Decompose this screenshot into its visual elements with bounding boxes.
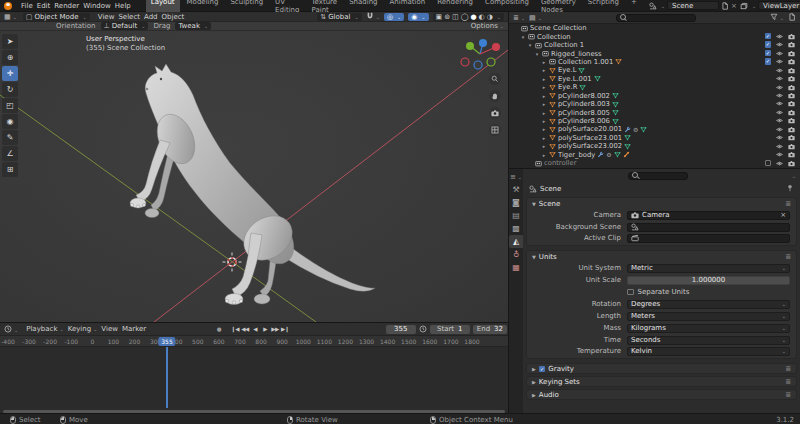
disable-render-camera-icon[interactable] xyxy=(788,92,795,100)
scene-tab[interactable]: ◭ xyxy=(509,235,523,248)
menu-file[interactable]: File xyxy=(19,2,35,10)
outliner-row[interactable]: ▸ Eye.L.001 xyxy=(509,75,800,83)
active-clip-id-field[interactable] xyxy=(627,234,790,243)
hide-viewport-eye-icon[interactable] xyxy=(776,134,783,142)
disable-render-camera-icon[interactable] xyxy=(788,84,795,92)
playhead[interactable] xyxy=(166,347,168,408)
render-tab[interactable]: ◙ xyxy=(509,196,523,209)
outliner-display-mode-icon[interactable]: ▤⌄ xyxy=(529,14,542,22)
outliner-row[interactable]: ▸ pCylinder8.006 xyxy=(509,117,800,125)
rotate-tool[interactable]: ↻ xyxy=(2,82,18,97)
outliner-row[interactable]: ▾ Rigged_lioness✓ xyxy=(509,49,800,57)
menu-edit[interactable]: Edit xyxy=(35,2,53,10)
jump-to-start-button[interactable]: ❙◀ xyxy=(231,326,239,332)
outliner-row[interactable]: ▸ Collection 1.001✓ xyxy=(509,58,800,66)
view-layer-selector[interactable]: ⌄ ViewLayer xyxy=(740,1,800,10)
unit-scale-field[interactable]: 1.000000 xyxy=(627,276,790,285)
shading-material-icon[interactable]: ◐ xyxy=(479,13,485,21)
properties-options-icon[interactable]: ⌄ xyxy=(792,173,796,179)
disable-render-camera-icon[interactable] xyxy=(788,100,795,108)
hide-viewport-eye-icon[interactable] xyxy=(776,84,783,92)
outliner-row[interactable]: ▸ pCylinder8.003 xyxy=(509,100,800,108)
checkbox-icon[interactable]: ✓ xyxy=(765,33,772,40)
panel-options-icon[interactable]: ≣ xyxy=(785,391,791,399)
audio-panel-header[interactable]: ▶ Audio≣ xyxy=(527,390,796,400)
expand-icon[interactable]: ▸ xyxy=(541,67,547,73)
expand-icon[interactable]: ▸ xyxy=(541,84,547,90)
outliner-editor-icon[interactable]: ≣⌄ xyxy=(513,14,525,22)
hide-viewport-eye-icon[interactable] xyxy=(776,117,783,125)
snap-target-toggle[interactable]: ◎⌄ xyxy=(384,13,404,21)
disable-render-camera-icon[interactable] xyxy=(788,33,795,41)
show-gizmo-toggle[interactable]: ▣ xyxy=(436,13,443,21)
unit-system-dropdown[interactable]: Metric⌄ xyxy=(627,264,790,273)
measure-tool[interactable]: ∠ xyxy=(2,146,18,161)
shading-wireframe-icon[interactable]: ◯ xyxy=(461,13,469,21)
hide-viewport-eye-icon[interactable] xyxy=(776,126,783,134)
tweak-select-tool[interactable]: ➤ xyxy=(2,34,18,49)
disable-render-camera-icon[interactable] xyxy=(788,126,795,134)
use-preview-range-icon[interactable] xyxy=(419,325,427,333)
current-frame-field[interactable]: 355 xyxy=(386,325,416,334)
options-dropdown[interactable]: Options⌄ xyxy=(471,22,504,30)
nav-gizmo[interactable] xyxy=(461,39,500,69)
expand-icon[interactable]: ▾ xyxy=(520,34,526,40)
camera-id-field[interactable]: Camera × xyxy=(627,211,790,220)
expand-icon[interactable]: ▸ xyxy=(541,118,547,124)
checkbox-icon[interactable]: ✓ xyxy=(765,50,772,57)
show-overlays-toggle[interactable]: ⊚ xyxy=(444,13,450,21)
properties-search-input[interactable] xyxy=(628,172,688,180)
pin-icon[interactable] xyxy=(786,184,794,192)
outliner-row[interactable]: ▸ Tiger_body⚙ xyxy=(509,151,800,159)
outliner-row[interactable]: ▾ Collection✓ xyxy=(509,32,800,40)
hide-viewport-eye-icon[interactable] xyxy=(776,75,783,83)
world-tab[interactable]: ♁ xyxy=(509,248,523,261)
outliner-row[interactable]: ▸ polySurface20.001⚙ xyxy=(509,125,800,133)
start-frame-field[interactable]: Start1 xyxy=(430,325,470,334)
expand-icon[interactable]: ▸ xyxy=(541,143,547,149)
scene-panel-header[interactable]: ▼Scene ≣ xyxy=(527,198,796,209)
outliner-row[interactable]: ▸ pCylinder8.005 xyxy=(509,108,800,116)
shading-dropdown-icon[interactable]: ⌄ xyxy=(497,14,501,20)
keying-sets-panel-header[interactable]: ▶ Keying Sets≣ xyxy=(527,377,796,387)
camera-view-icon[interactable] xyxy=(489,107,501,119)
hide-viewport-eye-icon[interactable] xyxy=(776,41,783,49)
editor-type-icon[interactable]: ▦ xyxy=(4,13,11,21)
current-frame-badge[interactable]: 355 xyxy=(158,337,175,346)
checkbox-icon[interactable] xyxy=(765,160,772,167)
disable-render-camera-icon[interactable] xyxy=(788,143,795,151)
add-cube-tool[interactable]: ⊞ xyxy=(2,162,18,177)
disable-render-camera-icon[interactable] xyxy=(788,50,795,58)
texture-tab[interactable]: ▦ xyxy=(509,261,523,274)
hide-viewport-eye-icon[interactable] xyxy=(776,109,783,117)
hide-viewport-eye-icon[interactable] xyxy=(776,33,783,41)
record-button[interactable]: ● xyxy=(215,326,223,332)
outliner-row[interactable]: Scene Collection xyxy=(509,24,800,32)
disable-render-camera-icon[interactable] xyxy=(788,134,795,142)
disable-render-camera-icon[interactable] xyxy=(788,75,795,83)
viewport-menu-select[interactable]: Select xyxy=(116,13,142,21)
mass-dropdown[interactable]: Kilograms⌄ xyxy=(627,324,790,333)
timeline-tracks[interactable] xyxy=(0,347,508,408)
hide-viewport-eye-icon[interactable] xyxy=(776,58,783,66)
zoom-icon[interactable] xyxy=(489,73,501,85)
separate-units-checkbox[interactable] xyxy=(627,289,634,296)
transform-tool[interactable]: ◉ xyxy=(2,114,18,129)
panel-options-icon[interactable]: ≣ xyxy=(785,200,791,208)
scene-selector[interactable]: ⌄ Scene × xyxy=(649,1,737,10)
outliner-filter-icon[interactable]: ⌄ xyxy=(770,13,784,22)
expand-icon[interactable]: ▸ xyxy=(541,152,547,158)
disable-render-camera-icon[interactable] xyxy=(788,41,795,49)
blender-logo-icon[interactable] xyxy=(4,2,12,10)
timeline-editor-icon[interactable]: ⌄ xyxy=(4,325,18,334)
expand-icon[interactable]: ▸ xyxy=(541,76,547,82)
expand-icon[interactable]: ▾ xyxy=(527,42,533,48)
end-frame-field[interactable]: End32 xyxy=(473,325,507,334)
expand-icon[interactable]: ▸ xyxy=(541,93,547,99)
next-keyframe-button[interactable]: ▶▶ xyxy=(271,326,279,332)
viewport-menu-add[interactable]: Add xyxy=(142,13,160,21)
outliner-search-input[interactable] xyxy=(616,14,696,22)
move-view-icon[interactable] xyxy=(489,90,501,102)
disable-render-camera-icon[interactable] xyxy=(788,117,795,125)
play-reverse-button[interactable]: ◀ xyxy=(251,326,259,332)
